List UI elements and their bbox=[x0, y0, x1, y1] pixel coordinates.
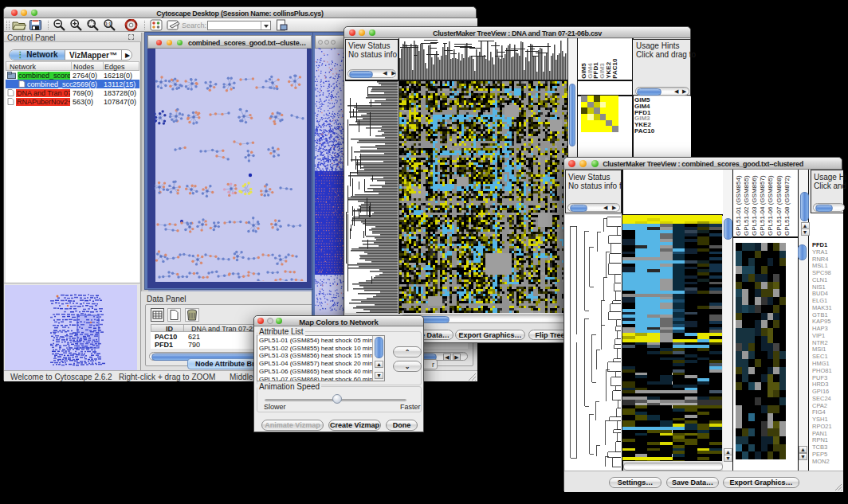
svg-text:1:1: 1:1 bbox=[105, 21, 111, 26]
